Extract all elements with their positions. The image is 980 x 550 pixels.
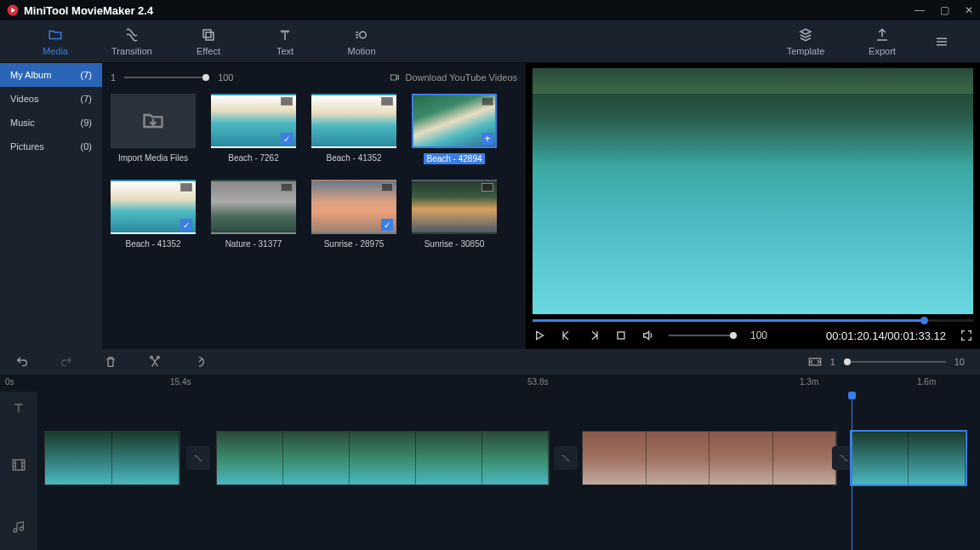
- text-track-icon: [12, 401, 26, 415]
- download-youtube-link[interactable]: Download YouTube Videos: [389, 72, 518, 83]
- play-icon[interactable]: [533, 329, 546, 342]
- redo-icon[interactable]: [60, 355, 73, 369]
- media-tile-label: Nature - 31377: [225, 239, 282, 249]
- next-frame-icon[interactable]: [587, 329, 601, 342]
- sidebar-item-music[interactable]: Music (9): [0, 111, 102, 135]
- prev-frame-icon[interactable]: [560, 329, 573, 342]
- transition-slot-icon: [560, 452, 572, 464]
- import-tile[interactable]: Import Media Files: [111, 94, 196, 164]
- sidebar-item-myalbum[interactable]: My Album (7): [0, 63, 102, 87]
- check-icon: ✓: [381, 219, 393, 231]
- speed-icon[interactable]: [192, 355, 206, 369]
- preview-viewport[interactable]: [533, 68, 973, 314]
- undo-icon[interactable]: [15, 355, 29, 369]
- sidebar-item-pictures[interactable]: Pictures (0): [0, 135, 102, 158]
- media-tile[interactable]: Beach - 41352: [311, 94, 396, 164]
- timeline-ruler[interactable]: 0s15.4s53.8s1.3m1.6m: [0, 375, 980, 392]
- tab-template-label: Template: [787, 46, 825, 56]
- tab-export-label: Export: [869, 46, 896, 56]
- video-track-head[interactable]: [0, 424, 37, 506]
- audio-track-head[interactable]: [0, 506, 37, 548]
- playhead[interactable]: [852, 392, 852, 550]
- split-icon[interactable]: [148, 355, 162, 369]
- zoom-slider[interactable]: [844, 361, 946, 363]
- video-badge-icon: [180, 183, 192, 192]
- menu-icon: [934, 34, 949, 49]
- minimize-icon[interactable]: —: [914, 4, 925, 16]
- video-badge-icon: [381, 183, 393, 192]
- media-tile-label: Beach - 42894: [424, 153, 484, 164]
- export-icon: [875, 27, 890, 43]
- tab-text-label: Text: [276, 46, 293, 56]
- timeline-clip[interactable]: [582, 431, 837, 485]
- text-track-head[interactable]: [0, 392, 37, 424]
- transition-button[interactable]: [554, 446, 578, 470]
- download-youtube-label: Download YouTube Videos: [406, 72, 518, 83]
- track-body[interactable]: 🔊: [37, 392, 980, 550]
- timeline-clip[interactable]: [851, 431, 966, 485]
- video-badge-icon: [281, 183, 293, 192]
- hamburger-menu[interactable]: [920, 34, 963, 49]
- sidebar-item-count: (7): [81, 70, 92, 80]
- text-icon: [277, 27, 293, 43]
- stop-icon[interactable]: [614, 329, 628, 342]
- add-icon[interactable]: +: [481, 133, 493, 145]
- tab-template[interactable]: Template: [767, 27, 844, 56]
- tab-text[interactable]: Text: [247, 27, 323, 56]
- media-tile-label: Beach - 41352: [326, 153, 381, 163]
- transition-slot-icon: [192, 452, 204, 464]
- svg-rect-2: [206, 32, 214, 40]
- media-tile[interactable]: ✓ Beach - 7262: [211, 94, 296, 164]
- import-tile-label: Import Media Files: [118, 153, 188, 163]
- sidebar-item-count: (9): [81, 117, 92, 128]
- sidebar-item-label: Videos: [10, 94, 38, 104]
- tab-effect[interactable]: Effect: [170, 27, 247, 56]
- fit-icon[interactable]: [808, 355, 822, 369]
- zoom-max: 10: [954, 357, 965, 367]
- media-tile[interactable]: ✓ Sunrise - 28975: [311, 180, 396, 249]
- app-title: MiniTool MovieMaker 2.4: [24, 4, 914, 17]
- tab-motion[interactable]: Motion: [323, 27, 400, 56]
- svg-rect-1: [203, 30, 211, 37]
- tab-transition-label: Transition: [111, 46, 152, 56]
- volume-value: 100: [750, 329, 767, 341]
- transition-icon: [124, 27, 140, 43]
- check-icon: ✓: [180, 219, 192, 231]
- preview-progress[interactable]: [533, 319, 973, 322]
- maximize-icon[interactable]: ▢: [940, 4, 949, 16]
- sidebar-item-videos[interactable]: Videos (7): [0, 87, 102, 111]
- svg-point-3: [360, 32, 367, 38]
- timeline-clip[interactable]: 🔊: [216, 431, 550, 485]
- timeline-clip[interactable]: [44, 431, 180, 485]
- volume-slider[interactable]: [669, 335, 737, 336]
- ruler-mark: 53.8s: [527, 377, 548, 387]
- delete-icon[interactable]: [104, 355, 117, 369]
- close-icon[interactable]: ✕: [965, 4, 973, 16]
- thumb-scale-val: 100: [218, 72, 233, 83]
- media-tile[interactable]: ✓ Beach - 41352: [111, 180, 196, 249]
- preview-panel: 100 00:01:20.14/00:01:33.12: [526, 63, 980, 349]
- titlebar: MiniTool MovieMaker 2.4 — ▢ ✕: [0, 0, 980, 20]
- tab-media[interactable]: Media: [17, 27, 94, 56]
- media-tile[interactable]: + Beach - 42894: [412, 94, 497, 164]
- svg-rect-4: [390, 75, 396, 80]
- effect-icon: [201, 27, 216, 43]
- media-grid: Import Media Files ✓ Beach - 7262 Beach …: [111, 94, 517, 249]
- sidebar-item-count: (7): [81, 94, 92, 104]
- main-toolbar: Media Transition Effect Text Motion Temp…: [0, 20, 980, 63]
- transition-button[interactable]: [186, 446, 210, 470]
- thumb-scale-slider[interactable]: [124, 77, 209, 78]
- tab-media-label: Media: [43, 46, 68, 56]
- time-display: 00:01:20.14/00:01:33.12: [826, 329, 946, 342]
- tab-transition[interactable]: Transition: [94, 27, 170, 56]
- media-tile[interactable]: Nature - 31377: [211, 180, 296, 249]
- camera-icon: [389, 72, 401, 83]
- volume-icon[interactable]: [641, 329, 655, 342]
- svg-rect-7: [13, 460, 25, 470]
- media-tile[interactable]: Sunrise - 30850: [412, 180, 497, 249]
- video-badge-icon: [281, 97, 293, 106]
- ruler-mark: 1.3m: [800, 377, 818, 387]
- tab-export[interactable]: Export: [844, 27, 920, 56]
- fullscreen-icon[interactable]: [960, 329, 973, 342]
- tab-motion-label: Motion: [347, 46, 375, 56]
